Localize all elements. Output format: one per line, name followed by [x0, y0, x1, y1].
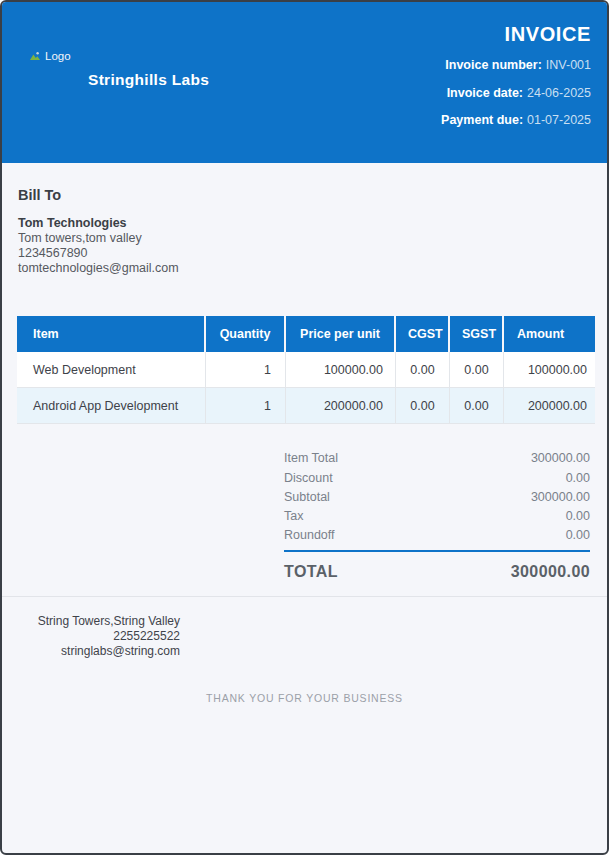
payment-due-value: 01-07-2025: [527, 113, 591, 127]
payment-due-line: Payment due:01-07-2025: [441, 114, 591, 128]
amount-cell: 200000.00: [504, 388, 595, 424]
column-header-price-per-unit: Price per unit: [286, 316, 396, 352]
invoice-date-label: Invoice date:: [447, 86, 523, 100]
cgst-cell: 0.00: [396, 388, 450, 424]
grand-total-line: TOTAL 300000.00: [284, 552, 590, 581]
seller-phone: 2255225522: [18, 629, 180, 644]
invoice-header: Logo Stringhills Labs INVOICE Invoice nu…: [2, 2, 607, 163]
invoice-number-line: Invoice number:INV-001: [441, 59, 591, 73]
bill-to-heading: Bill To: [18, 187, 591, 203]
subtotal-value: 300000.00: [531, 488, 590, 507]
invoice-date-line: Invoice date:24-06-2025: [441, 87, 591, 101]
item-total-value: 300000.00: [531, 449, 590, 468]
roundoff-line: Roundoff 0.00: [284, 526, 590, 545]
column-header-sgst: SGST: [450, 316, 504, 352]
amount-cell: 100000.00: [504, 352, 595, 388]
discount-value: 0.00: [566, 469, 590, 488]
company-name: Stringhills Labs: [88, 71, 209, 89]
seller-email: stringlabs@string.com: [18, 644, 180, 659]
subtotal-label: Subtotal: [284, 488, 330, 507]
thank-you-message: THANK YOU FOR YOUR BUSINESS: [2, 692, 607, 704]
header-right: INVOICE Invoice number:INV-001 Invoice d…: [441, 2, 591, 163]
price-per-unit-cell: 100000.00: [286, 352, 396, 388]
column-header-quantity: Quantity: [206, 316, 286, 352]
price-per-unit-cell: 200000.00: [286, 388, 396, 424]
company-logo: Logo: [29, 50, 209, 62]
column-header-cgst: CGST: [396, 316, 450, 352]
invoice-title: INVOICE: [441, 23, 591, 45]
grand-total-label: TOTAL: [284, 563, 338, 581]
quantity-cell: 1: [206, 388, 286, 424]
sgst-cell: 0.00: [450, 388, 504, 424]
discount-line: Discount 0.00: [284, 469, 590, 488]
totals-summary: Item Total 300000.00 Discount 0.00 Subto…: [284, 449, 590, 581]
roundoff-value: 0.00: [566, 526, 590, 545]
logo-label: Logo: [45, 50, 71, 62]
quantity-cell: 1: [206, 352, 286, 388]
payment-due-label: Payment due:: [441, 113, 523, 127]
header-left: Logo Stringhills Labs: [18, 2, 209, 163]
invoice-date-value: 24-06-2025: [527, 86, 591, 100]
image-placeholder-icon: [29, 50, 41, 62]
bill-to-phone: 1234567890: [18, 246, 591, 261]
footer-divider: [2, 596, 607, 597]
item-total-label: Item Total: [284, 449, 338, 468]
items-table-header-row: Item Quantity Price per unit CGST SGST A…: [17, 316, 595, 352]
column-header-item: Item: [17, 316, 206, 352]
table-row: Android App Development 1 200000.00 0.00…: [17, 388, 595, 424]
seller-address: String Towers,String Valley: [18, 614, 180, 629]
table-row: Web Development 1 100000.00 0.00 0.00 10…: [17, 352, 595, 388]
subtotal-line: Subtotal 300000.00: [284, 488, 590, 507]
column-header-amount: Amount: [504, 316, 595, 352]
bill-to-address: Tom towers,tom valley: [18, 231, 591, 246]
bill-to-section: Bill To Tom Technologies Tom towers,tom …: [2, 163, 607, 275]
invoice-number-value: INV-001: [546, 58, 591, 72]
seller-address-block: String Towers,String Valley 2255225522 s…: [18, 614, 180, 658]
tax-line: Tax 0.00: [284, 507, 590, 526]
tax-label: Tax: [284, 507, 303, 526]
item-name-cell: Web Development: [17, 352, 206, 388]
items-table: Item Quantity Price per unit CGST SGST A…: [17, 316, 595, 424]
bill-to-email: tomtechnologies@gmail.com: [18, 261, 591, 276]
discount-label: Discount: [284, 469, 333, 488]
invoice-number-label: Invoice number:: [445, 58, 542, 72]
grand-total-value: 300000.00: [511, 563, 590, 581]
cgst-cell: 0.00: [396, 352, 450, 388]
bill-to-name: Tom Technologies: [18, 216, 591, 231]
invoice-page: Logo Stringhills Labs INVOICE Invoice nu…: [0, 0, 609, 855]
item-total-line: Item Total 300000.00: [284, 449, 590, 468]
tax-value: 0.00: [566, 507, 590, 526]
sgst-cell: 0.00: [450, 352, 504, 388]
roundoff-label: Roundoff: [284, 526, 335, 545]
item-name-cell: Android App Development: [17, 388, 206, 424]
